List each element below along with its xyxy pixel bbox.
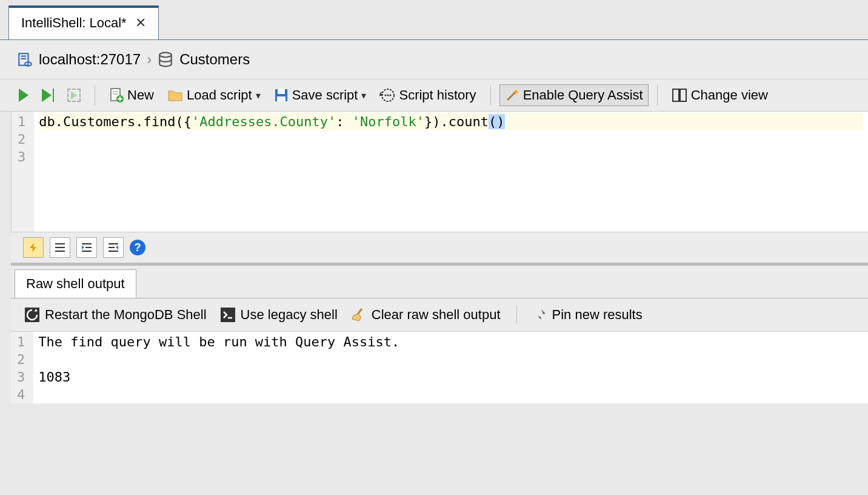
save-script-label: Save script bbox=[292, 87, 358, 103]
line-number: 1 bbox=[18, 113, 25, 130]
bolt-icon bbox=[27, 241, 39, 254]
svg-rect-20 bbox=[680, 89, 686, 101]
output-panel: Raw shell output Restart the MongoDB She… bbox=[11, 263, 868, 403]
indent-right-button[interactable] bbox=[76, 237, 97, 258]
play-icon bbox=[71, 91, 77, 99]
separator bbox=[95, 85, 95, 106]
line-number: 4 bbox=[17, 386, 25, 403]
output-tab-raw[interactable]: Raw shell output bbox=[15, 269, 136, 298]
line-number: 1 bbox=[17, 333, 25, 351]
breadcrumb-database[interactable]: Customers bbox=[179, 51, 250, 68]
line-number: 3 bbox=[17, 368, 25, 386]
script-history-label: Script history bbox=[399, 87, 476, 103]
output-line bbox=[38, 386, 399, 403]
change-view-label: Change view bbox=[691, 87, 768, 103]
history-icon bbox=[379, 87, 395, 103]
code-text: db.Customers.find({ bbox=[39, 114, 192, 129]
editor-gutter: 1 2 3 bbox=[12, 112, 34, 232]
use-legacy-shell-button[interactable]: Use legacy shell bbox=[216, 305, 341, 325]
svg-point-4 bbox=[159, 53, 172, 58]
play-icon bbox=[19, 89, 28, 102]
indent-left-button[interactable] bbox=[103, 237, 124, 258]
run-button[interactable] bbox=[13, 86, 34, 105]
clear-output-button[interactable]: Clear raw shell output bbox=[347, 305, 504, 325]
reformat-button[interactable] bbox=[23, 237, 44, 258]
output-line bbox=[38, 351, 399, 368]
code-parens: () bbox=[489, 114, 505, 129]
code-text: : bbox=[336, 114, 352, 129]
editor-code[interactable]: db.Customers.find({'Addresses.County': '… bbox=[34, 112, 868, 232]
pin-icon bbox=[533, 308, 547, 322]
restart-label: Restart the MongoDB Shell bbox=[45, 307, 207, 323]
editor-footer-toolbar: ? bbox=[11, 232, 868, 263]
svg-rect-19 bbox=[673, 89, 679, 101]
load-script-button[interactable]: Load script ▾ bbox=[162, 84, 266, 106]
restart-icon bbox=[24, 307, 40, 323]
new-label: New bbox=[127, 87, 154, 103]
indent-right-icon bbox=[81, 241, 93, 254]
chevron-down-icon: ▾ bbox=[361, 90, 366, 101]
chevron-down-icon: ▾ bbox=[256, 90, 261, 101]
pin-results-button[interactable]: Pin new results bbox=[529, 305, 646, 325]
separator bbox=[516, 306, 517, 324]
output-code[interactable]: The find query will be run with Query As… bbox=[33, 332, 404, 403]
save-icon bbox=[274, 88, 289, 103]
svg-rect-13 bbox=[277, 96, 285, 101]
code-string: 'Norfolk' bbox=[352, 114, 424, 129]
breadcrumb-host[interactable]: localhost:27017 bbox=[39, 51, 141, 68]
script-history-button[interactable]: Script history bbox=[374, 84, 481, 106]
output-gutter: 1 2 3 4 bbox=[11, 332, 33, 403]
document-new-icon bbox=[109, 87, 124, 103]
server-icon bbox=[17, 52, 33, 67]
run-step-button[interactable] bbox=[36, 86, 59, 105]
output-toolbar: Restart the MongoDB Shell Use legacy she… bbox=[11, 298, 868, 332]
list-button[interactable] bbox=[50, 237, 70, 258]
code-string: 'Addresses.County' bbox=[192, 114, 336, 129]
change-view-button[interactable]: Change view bbox=[666, 84, 773, 106]
close-icon[interactable]: ✕ bbox=[135, 15, 146, 31]
database-icon bbox=[158, 52, 173, 67]
svg-line-18 bbox=[507, 92, 516, 100]
bar-icon bbox=[53, 89, 54, 102]
folder-icon bbox=[167, 89, 183, 102]
svg-rect-31 bbox=[221, 308, 235, 322]
terminal-icon bbox=[220, 307, 236, 323]
code-text: }).count bbox=[424, 114, 489, 129]
svg-point-17 bbox=[385, 95, 387, 96]
dotted-box-icon bbox=[67, 89, 81, 102]
separator bbox=[490, 85, 491, 106]
line-number: 3 bbox=[18, 148, 25, 166]
line-number: 2 bbox=[18, 130, 25, 148]
list-icon bbox=[54, 241, 66, 254]
new-button[interactable]: New bbox=[104, 84, 159, 106]
output-body: 1 2 3 4 The find query will be run with … bbox=[11, 332, 868, 403]
restart-shell-button[interactable]: Restart the MongoDB Shell bbox=[21, 305, 210, 325]
broom-icon bbox=[351, 307, 367, 323]
output-tab-label: Raw shell output bbox=[26, 276, 125, 291]
output-tabs: Raw shell output bbox=[11, 266, 868, 298]
code-editor[interactable]: 1 2 3 db.Customers.find({'Addresses.Coun… bbox=[11, 112, 868, 232]
run-selection-button[interactable] bbox=[62, 86, 86, 105]
svg-rect-12 bbox=[278, 89, 285, 94]
wand-icon bbox=[505, 88, 519, 103]
indent-left-icon bbox=[107, 241, 119, 254]
legacy-label: Use legacy shell bbox=[241, 307, 338, 323]
breadcrumb-separator: › bbox=[147, 51, 152, 68]
enable-query-assist-label: Enable Query Assist bbox=[523, 87, 643, 103]
help-button[interactable]: ? bbox=[130, 240, 145, 255]
output-line: The find query will be run with Query As… bbox=[38, 333, 399, 351]
play-icon bbox=[42, 89, 52, 102]
svg-point-15 bbox=[387, 95, 389, 96]
separator bbox=[657, 85, 658, 106]
line-number: 2 bbox=[17, 351, 25, 368]
load-script-label: Load script bbox=[187, 87, 252, 103]
tab-bar: IntelliShell: Local* ✕ bbox=[0, 0, 868, 40]
enable-query-assist-button[interactable]: Enable Query Assist bbox=[499, 84, 649, 106]
clear-label: Clear raw shell output bbox=[372, 307, 501, 323]
svg-point-16 bbox=[390, 95, 392, 96]
pin-label: Pin new results bbox=[552, 307, 643, 323]
tab-intellishell[interactable]: IntelliShell: Local* ✕ bbox=[8, 5, 159, 39]
save-script-button[interactable]: Save script ▾ bbox=[269, 84, 372, 106]
breadcrumb: localhost:27017 › Customers bbox=[0, 40, 868, 79]
tab-title: IntelliShell: Local* bbox=[21, 15, 127, 31]
